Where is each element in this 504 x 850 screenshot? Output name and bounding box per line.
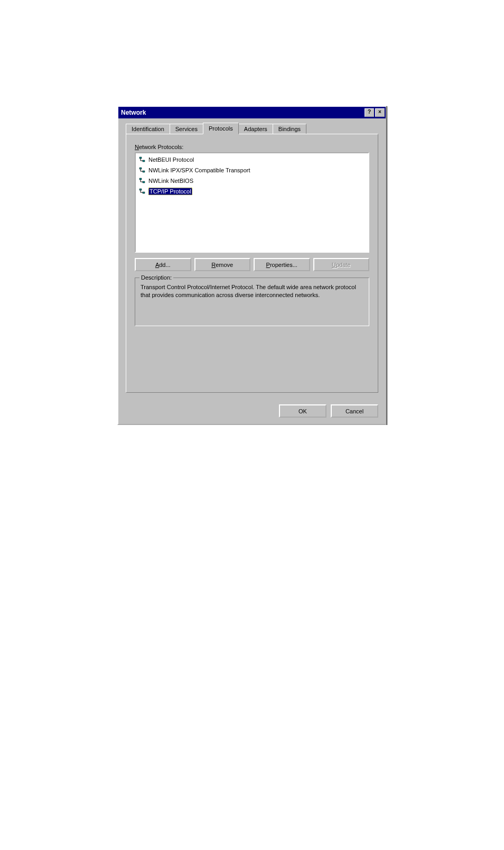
list-item[interactable]: NWLink NetBIOS: [137, 175, 367, 186]
list-item-label: TCP/IP Protocol: [148, 188, 192, 195]
close-button[interactable]: ×: [375, 108, 385, 117]
tab-strip: Identification Services Protocols Adapte…: [126, 124, 378, 134]
list-item-label: NetBEUI Protocol: [148, 156, 194, 163]
description-text: Transport Control Protocol/Internet Prot…: [141, 283, 363, 320]
description-group: Description: Transport Control Protocol/…: [135, 278, 369, 326]
window-title: Network: [121, 109, 146, 116]
network-dialog: Network ? × Identification Services Prot…: [117, 106, 387, 425]
protocols-listbox[interactable]: NetBEUI Protocol NWLink IPX/SPX Compatib…: [135, 152, 369, 253]
protocol-icon: [138, 187, 146, 196]
update-button: Update: [313, 258, 370, 271]
list-item[interactable]: NetBEUI Protocol: [137, 154, 367, 165]
list-item-label: NWLink NetBIOS: [148, 178, 193, 184]
button-row: Add... Remove Properties... Update: [135, 258, 369, 271]
list-item[interactable]: NWLink IPX/SPX Compatible Transport: [137, 165, 367, 175]
tab-bindings[interactable]: Bindings: [273, 124, 306, 134]
help-button[interactable]: ?: [365, 108, 374, 117]
list-label-accel: N: [135, 144, 139, 150]
tab-services[interactable]: Services: [170, 124, 203, 134]
dialog-footer: OK Cancel: [118, 400, 386, 424]
add-button[interactable]: Add...: [135, 258, 191, 271]
titlebar[interactable]: Network ? ×: [118, 107, 386, 118]
protocol-icon: [138, 166, 146, 174]
ok-button[interactable]: OK: [279, 404, 326, 418]
protocol-icon: [138, 155, 146, 164]
cancel-button[interactable]: Cancel: [331, 404, 378, 418]
tab-protocols[interactable]: Protocols: [203, 123, 239, 134]
tab-adapters[interactable]: Adapters: [238, 124, 273, 134]
list-item-label: NWLink IPX/SPX Compatible Transport: [148, 167, 250, 173]
tab-panel-protocols: Network Protocols: NetBEUI Protocol NWLi…: [126, 134, 378, 393]
remove-button[interactable]: Remove: [194, 258, 251, 271]
description-label: Description:: [139, 274, 173, 281]
dialog-body: Identification Services Protocols Adapte…: [118, 118, 386, 400]
list-label: Network Protocols:: [135, 144, 369, 150]
protocol-icon: [138, 177, 146, 185]
titlebar-buttons: ? ×: [363, 108, 385, 117]
list-label-text: etwork Protocols:: [139, 144, 183, 150]
list-item[interactable]: TCP/IP Protocol: [137, 186, 367, 197]
tab-identification[interactable]: Identification: [126, 124, 170, 134]
properties-button[interactable]: Properties...: [254, 258, 310, 271]
